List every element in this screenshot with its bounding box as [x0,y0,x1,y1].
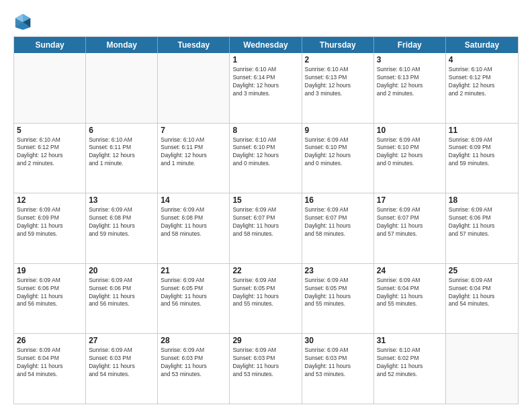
day-info: Sunrise: 6:09 AM Sunset: 6:04 PM Dayligh… [377,277,443,309]
day-cell-16: 16Sunrise: 6:09 AM Sunset: 6:07 PM Dayli… [302,193,374,263]
day-info: Sunrise: 6:09 AM Sunset: 6:05 PM Dayligh… [305,277,371,309]
day-info: Sunrise: 6:09 AM Sunset: 6:06 PM Dayligh… [17,277,83,309]
weekday-header-wednesday: Wednesday [230,37,302,53]
day-info: Sunrise: 6:09 AM Sunset: 6:03 PM Dayligh… [232,347,298,379]
day-cell-22: 22Sunrise: 6:09 AM Sunset: 6:05 PM Dayli… [230,264,302,334]
day-info: Sunrise: 6:09 AM Sunset: 6:09 PM Dayligh… [17,206,83,238]
day-number: 11 [449,126,515,135]
day-number: 7 [161,126,226,135]
day-cell-29: 29Sunrise: 6:09 AM Sunset: 6:03 PM Dayli… [230,334,302,404]
day-cell-empty-0-2 [158,53,230,123]
day-number: 8 [232,126,298,135]
day-cell-empty-0-0 [14,53,86,123]
day-info: Sunrise: 6:09 AM Sunset: 6:06 PM Dayligh… [449,206,515,238]
logo [13,12,35,31]
week-row-2: 12Sunrise: 6:09 AM Sunset: 6:09 PM Dayli… [14,193,518,263]
day-number: 4 [449,55,515,64]
day-number: 3 [377,55,443,64]
day-cell-11: 11Sunrise: 6:09 AM Sunset: 6:09 PM Dayli… [446,124,518,193]
logo-icon [13,12,32,31]
calendar-header: SundayMondayTuesdayWednesdayThursdayFrid… [14,37,518,53]
day-number: 1 [232,55,298,64]
day-info: Sunrise: 6:10 AM Sunset: 6:13 PM Dayligh… [377,66,443,98]
day-number: 2 [305,55,371,64]
weekday-header-friday: Friday [374,37,446,53]
day-number: 19 [17,266,83,275]
day-number: 17 [377,195,443,205]
day-number: 29 [232,336,298,345]
day-number: 9 [305,126,371,135]
weekday-header-thursday: Thursday [302,37,374,53]
weekday-header-saturday: Saturday [446,37,518,53]
day-cell-4: 4Sunrise: 6:10 AM Sunset: 6:12 PM Daylig… [446,53,518,123]
day-cell-26: 26Sunrise: 6:09 AM Sunset: 6:04 PM Dayli… [14,334,86,404]
day-info: Sunrise: 6:10 AM Sunset: 6:11 PM Dayligh… [161,136,226,169]
day-number: 24 [377,266,443,275]
day-number: 15 [232,195,298,205]
calendar: SundayMondayTuesdayWednesdayThursdayFrid… [13,36,519,404]
day-info: Sunrise: 6:10 AM Sunset: 6:12 PM Dayligh… [17,136,83,169]
day-cell-27: 27Sunrise: 6:09 AM Sunset: 6:03 PM Dayli… [86,334,158,404]
header [13,12,519,31]
day-cell-31: 31Sunrise: 6:10 AM Sunset: 6:02 PM Dayli… [374,334,446,404]
day-cell-6: 6Sunrise: 6:10 AM Sunset: 6:11 PM Daylig… [86,124,158,193]
day-number: 22 [232,266,298,275]
day-number: 14 [161,195,226,205]
day-info: Sunrise: 6:10 AM Sunset: 6:12 PM Dayligh… [449,66,515,98]
day-info: Sunrise: 6:09 AM Sunset: 6:10 PM Dayligh… [305,136,371,169]
day-cell-empty-0-1 [86,53,158,123]
week-row-4: 26Sunrise: 6:09 AM Sunset: 6:04 PM Dayli… [14,333,518,404]
weekday-header-sunday: Sunday [14,37,86,53]
week-row-1: 5Sunrise: 6:10 AM Sunset: 6:12 PM Daylig… [14,123,518,193]
day-cell-10: 10Sunrise: 6:09 AM Sunset: 6:10 PM Dayli… [374,124,446,193]
day-cell-23: 23Sunrise: 6:09 AM Sunset: 6:05 PM Dayli… [302,264,374,334]
day-info: Sunrise: 6:10 AM Sunset: 6:13 PM Dayligh… [305,66,371,98]
day-number: 27 [89,336,154,345]
day-cell-30: 30Sunrise: 6:09 AM Sunset: 6:03 PM Dayli… [302,334,374,404]
week-row-0: 1Sunrise: 6:10 AM Sunset: 6:14 PM Daylig… [14,53,518,123]
weekday-header-tuesday: Tuesday [158,37,230,53]
day-cell-3: 3Sunrise: 6:10 AM Sunset: 6:13 PM Daylig… [374,53,446,123]
day-number: 28 [161,336,226,345]
day-info: Sunrise: 6:09 AM Sunset: 6:05 PM Dayligh… [232,277,298,309]
day-cell-empty-4-6 [446,334,518,404]
weekday-header-monday: Monday [86,37,158,53]
day-cell-12: 12Sunrise: 6:09 AM Sunset: 6:09 PM Dayli… [14,193,86,263]
day-info: Sunrise: 6:10 AM Sunset: 6:10 PM Dayligh… [232,136,298,169]
day-number: 21 [161,266,226,275]
day-info: Sunrise: 6:09 AM Sunset: 6:08 PM Dayligh… [161,206,226,238]
day-number: 20 [89,266,154,275]
day-number: 26 [17,336,83,345]
day-info: Sunrise: 6:09 AM Sunset: 6:10 PM Dayligh… [377,136,443,169]
day-info: Sunrise: 6:09 AM Sunset: 6:08 PM Dayligh… [89,206,154,238]
day-info: Sunrise: 6:10 AM Sunset: 6:11 PM Dayligh… [89,136,154,169]
day-cell-15: 15Sunrise: 6:09 AM Sunset: 6:07 PM Dayli… [230,193,302,263]
day-cell-20: 20Sunrise: 6:09 AM Sunset: 6:06 PM Dayli… [86,264,158,334]
day-number: 25 [449,266,515,275]
day-cell-24: 24Sunrise: 6:09 AM Sunset: 6:04 PM Dayli… [374,264,446,334]
day-number: 30 [305,336,371,345]
day-cell-21: 21Sunrise: 6:09 AM Sunset: 6:05 PM Dayli… [158,264,230,334]
day-number: 6 [89,126,154,135]
day-cell-7: 7Sunrise: 6:10 AM Sunset: 6:11 PM Daylig… [158,124,230,193]
day-info: Sunrise: 6:09 AM Sunset: 6:04 PM Dayligh… [17,347,83,379]
day-number: 16 [305,195,371,205]
day-number: 31 [377,336,443,345]
day-info: Sunrise: 6:09 AM Sunset: 6:03 PM Dayligh… [305,347,371,379]
day-number: 18 [449,195,515,205]
day-info: Sunrise: 6:09 AM Sunset: 6:05 PM Dayligh… [161,277,226,309]
day-cell-14: 14Sunrise: 6:09 AM Sunset: 6:08 PM Dayli… [158,193,230,263]
day-cell-13: 13Sunrise: 6:09 AM Sunset: 6:08 PM Dayli… [86,193,158,263]
day-info: Sunrise: 6:09 AM Sunset: 6:07 PM Dayligh… [232,206,298,238]
day-info: Sunrise: 6:09 AM Sunset: 6:03 PM Dayligh… [89,347,154,379]
day-info: Sunrise: 6:09 AM Sunset: 6:07 PM Dayligh… [377,206,443,238]
day-info: Sunrise: 6:09 AM Sunset: 6:09 PM Dayligh… [449,136,515,169]
week-row-3: 19Sunrise: 6:09 AM Sunset: 6:06 PM Dayli… [14,263,518,334]
day-cell-18: 18Sunrise: 6:09 AM Sunset: 6:06 PM Dayli… [446,193,518,263]
day-number: 10 [377,126,443,135]
day-number: 5 [17,126,83,135]
day-cell-5: 5Sunrise: 6:10 AM Sunset: 6:12 PM Daylig… [14,124,86,193]
day-info: Sunrise: 6:09 AM Sunset: 6:03 PM Dayligh… [161,347,226,379]
day-number: 23 [305,266,371,275]
day-cell-1: 1Sunrise: 6:10 AM Sunset: 6:14 PM Daylig… [230,53,302,123]
